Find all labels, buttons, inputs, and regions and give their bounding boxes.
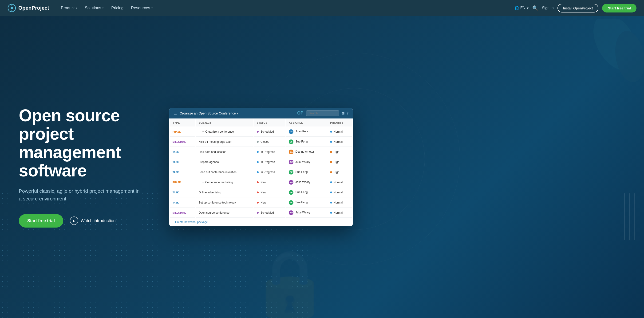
leaf-decoration bbox=[569, 19, 644, 94]
priority-dot bbox=[330, 141, 332, 143]
cell-priority: Normal bbox=[327, 137, 352, 147]
cell-subject: Open source conference bbox=[196, 208, 254, 218]
chevron-down-icon: ▾ bbox=[76, 7, 77, 10]
install-button[interactable]: Install OpenProject bbox=[558, 4, 598, 13]
table-row[interactable]: PHASE ▾ Conference marketing New JW Jake… bbox=[170, 178, 352, 187]
table-row[interactable]: TASK Set up conference technology New SF… bbox=[170, 198, 352, 208]
create-work-package-link[interactable]: + Create new work package bbox=[169, 218, 353, 226]
nav-pricing[interactable]: Pricing bbox=[108, 4, 127, 12]
col-subject: SUBJECT bbox=[196, 119, 254, 126]
signin-link[interactable]: Sign In bbox=[542, 6, 554, 10]
cell-assignee: JW Jake Weary bbox=[286, 178, 327, 187]
app-window: ☰ Organize an Open Source Conference ▾ O… bbox=[169, 108, 353, 226]
type-badge: TASK bbox=[172, 161, 179, 164]
chevron-icon: ▾ bbox=[202, 130, 204, 133]
hero-subtitle: Powerful classic, agile or hybrid projec… bbox=[19, 187, 141, 203]
search-icon[interactable]: 🔍 bbox=[532, 5, 538, 11]
avatar: JP bbox=[289, 129, 294, 134]
cell-priority: Normal bbox=[327, 208, 352, 218]
cell-subject: Kick-off meeting orga team bbox=[196, 137, 254, 147]
cell-priority: Normal bbox=[327, 178, 352, 187]
cell-priority: Normal bbox=[327, 127, 352, 137]
type-badge: PHASE bbox=[172, 130, 180, 133]
chevron-down-icon: ▾ bbox=[152, 7, 153, 10]
cell-type: MILESTONE bbox=[170, 137, 196, 147]
cell-assignee: SF Sue Feng bbox=[286, 198, 327, 208]
cell-subject: Online advertising bbox=[196, 188, 254, 197]
cell-status: New bbox=[254, 178, 286, 187]
cell-assignee: DA Dianne Ameter bbox=[286, 147, 327, 157]
hero-buttons: Start free trial ▶ Watch introduction bbox=[19, 214, 155, 228]
cell-status: In Progress bbox=[254, 168, 286, 177]
status-dot bbox=[257, 151, 259, 153]
status-dot bbox=[257, 212, 259, 214]
app-search-input[interactable] bbox=[306, 110, 339, 116]
avatar: SF bbox=[289, 170, 294, 175]
vert-line-1 bbox=[624, 193, 625, 240]
cell-status: Closed bbox=[254, 137, 286, 147]
table-row[interactable]: TASK Find date and location In Progress … bbox=[170, 147, 352, 157]
nav-solutions[interactable]: Solutions ▾ bbox=[81, 4, 107, 12]
logo-icon bbox=[8, 4, 16, 12]
type-badge: TASK bbox=[172, 191, 179, 194]
avatar: SF bbox=[289, 200, 294, 205]
hero-inner: Open source project management software … bbox=[0, 106, 644, 227]
hamburger-icon[interactable]: ☰ bbox=[174, 111, 177, 115]
type-badge: PHASE bbox=[172, 181, 180, 184]
hero-section: 🔒 Open source project management softwar… bbox=[0, 0, 644, 318]
table-row[interactable]: PHASE ▾ Organize a conference Scheduled … bbox=[170, 127, 352, 137]
cell-status: In Progress bbox=[254, 147, 286, 157]
priority-dot bbox=[330, 212, 332, 214]
table-row[interactable]: TASK Prepare agenda In Progress JW Jake … bbox=[170, 157, 352, 167]
col-priority: PRIORITY bbox=[327, 119, 352, 126]
cell-priority: High bbox=[327, 157, 352, 167]
cell-type: TASK bbox=[170, 198, 196, 208]
priority-dot bbox=[330, 131, 332, 133]
watch-intro-button[interactable]: ▶ Watch introduction bbox=[70, 217, 116, 225]
avatar: JW bbox=[289, 160, 294, 165]
vert-lines-decoration bbox=[624, 193, 634, 240]
table-row[interactable]: MILESTONE Open source conference Schedul… bbox=[170, 208, 352, 218]
cell-priority: High bbox=[327, 168, 352, 177]
status-dot bbox=[257, 161, 259, 163]
status-dot bbox=[257, 202, 259, 204]
priority-dot bbox=[330, 151, 332, 153]
start-trial-nav-button[interactable]: Start free trial bbox=[602, 4, 636, 13]
help-icon[interactable]: ? bbox=[346, 111, 348, 115]
chevron-down-icon: ▾ bbox=[237, 112, 238, 115]
app-topbar-icons: ⊞ ? bbox=[342, 111, 348, 115]
language-selector[interactable]: 🌐 EN ▾ bbox=[514, 6, 528, 10]
cell-assignee: JP Juan Perez bbox=[286, 127, 327, 137]
app-topbar: ☰ Organize an Open Source Conference ▾ O… bbox=[169, 108, 353, 118]
avatar: JW bbox=[289, 180, 294, 185]
nav-resources[interactable]: Resources ▾ bbox=[128, 4, 156, 12]
table-header: TYPE SUBJECT STATUS ASSIGNEE PRIORITY bbox=[170, 119, 352, 126]
cell-assignee: JW Jake Weary bbox=[286, 157, 327, 167]
table-row[interactable]: TASK Send out conference invitation In P… bbox=[170, 168, 352, 177]
start-trial-hero-button[interactable]: Start free trial bbox=[19, 214, 63, 228]
cell-assignee: SF Sue Feng bbox=[286, 188, 327, 197]
logo-link[interactable]: OpenProject bbox=[8, 4, 49, 12]
chevron-down-icon: ▾ bbox=[102, 7, 104, 10]
avatar: DA bbox=[289, 149, 294, 154]
cell-assignee: JW Jake Weary bbox=[286, 208, 327, 218]
cell-subject: ▾ Organize a conference bbox=[196, 127, 254, 137]
cell-status: Scheduled bbox=[254, 208, 286, 218]
grid-icon[interactable]: ⊞ bbox=[342, 111, 345, 115]
nav-product[interactable]: Product ▾ bbox=[58, 4, 81, 12]
svg-point-1 bbox=[10, 7, 13, 9]
type-badge: TASK bbox=[172, 171, 179, 174]
table-row[interactable]: MILESTONE Kick-off meeting orga team Clo… bbox=[170, 137, 352, 147]
cell-assignee: SF Sue Feng bbox=[286, 137, 327, 147]
vert-line-2 bbox=[629, 193, 630, 240]
play-icon: ▶ bbox=[70, 217, 78, 225]
cell-type: MILESTONE bbox=[170, 208, 196, 218]
work-packages-table: TYPE SUBJECT STATUS ASSIGNEE PRIORITY PH… bbox=[169, 118, 353, 218]
status-dot bbox=[257, 181, 259, 183]
table-row[interactable]: TASK Online advertising New SF Sue Feng … bbox=[170, 188, 352, 197]
nav-right: 🌐 EN ▾ 🔍 Sign In Install OpenProject Sta… bbox=[514, 4, 636, 13]
avatar: JW bbox=[289, 210, 294, 215]
brand-name: OpenProject bbox=[18, 5, 49, 11]
cell-priority: Normal bbox=[327, 188, 352, 197]
cell-type: TASK bbox=[170, 157, 196, 167]
